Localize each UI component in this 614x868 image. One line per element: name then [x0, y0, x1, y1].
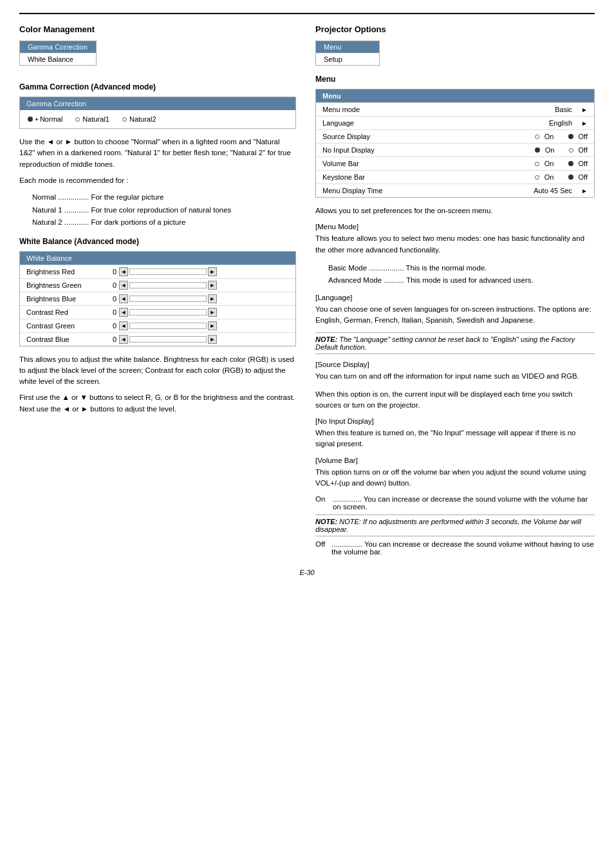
menu-table-row-1: Language English ► [316, 116, 594, 129]
keystone-off-label: Off [579, 173, 588, 181]
wb-slider-right-0[interactable]: ► [208, 267, 217, 276]
wb-slider-1: ◄ ► [119, 281, 217, 290]
source-on-label: On [544, 133, 554, 140]
keystone-on-label: On [544, 173, 554, 181]
gamma-box-header: Gamma Correction [20, 97, 295, 110]
gamma-list-item-2: Natural 2 ............ For dark portions… [32, 216, 296, 229]
menu-row-value-4: On Off [535, 160, 588, 167]
wb-slider-right-2[interactable]: ► [208, 294, 217, 303]
language-note-text: The "Language" setting cannot be reset b… [315, 335, 575, 351]
menu-row-value-3: On Off [535, 146, 588, 154]
menu-row-value-2: On Off [535, 133, 588, 140]
source-display-title: [Source Display] [315, 361, 595, 368]
gamma-option-natural2: Natural2 [122, 115, 156, 123]
gamma-option-natural1: Natural1 [75, 115, 109, 123]
wb-slider-left-4[interactable]: ◄ [119, 321, 128, 330]
radio-volbar-on-icon [535, 162, 539, 166]
wb-row-2: Brightness Blue 0 ◄ ► [20, 292, 295, 305]
radio-natural1-icon [75, 117, 80, 122]
volume-on-body: .............. You can increase or decre… [333, 495, 595, 511]
gamma-natural2-label: Natural2 [129, 115, 156, 123]
wb-row-1: Brightness Green 0 ◄ ► [20, 278, 295, 292]
language-note-bold-label: NOTE: [315, 335, 339, 343]
wb-value-1: 0 [104, 281, 116, 289]
wb-label-4: Contrast Green [26, 322, 104, 330]
source-display-body1: You can turn on and off the information … [315, 371, 595, 382]
wb-label-3: Contrast Red [26, 308, 104, 316]
language-body: You can choose one of seven languages fo… [315, 304, 595, 326]
wb-label-2: Brightness Blue [26, 295, 104, 303]
wb-header: White Balance [20, 252, 295, 265]
main-layout: Color Management Gamma Correction White … [19, 24, 595, 556]
menu-row-label-6: Menu Display Time [322, 187, 534, 194]
source-off-label: Off [579, 133, 588, 140]
menu-row-text-6: Auto 45 Sec [534, 187, 572, 194]
source-display-body2: When this option is on, the current inpu… [315, 389, 595, 411]
wb-section-title: White Balance (Advanced mode) [19, 237, 296, 246]
radio-keystone-off-icon [568, 175, 573, 180]
wb-slider-right-4[interactable]: ► [208, 321, 217, 330]
wb-track-3 [129, 309, 207, 316]
wb-track-0 [129, 269, 207, 275]
gamma-body1: Use the ◄ or ► button to choose "Normal"… [19, 137, 296, 170]
wb-slider-right-1[interactable]: ► [208, 281, 217, 290]
projector-menu-box: Menu Setup [315, 41, 380, 66]
radio-source-on-icon [535, 135, 539, 139]
noinput-off-label: Off [579, 146, 588, 154]
menu-row-label-4: Volume Bar [322, 160, 535, 167]
wb-row-5: Contrast Blue 0 ◄ ► [20, 332, 295, 346]
gamma-list: Normal ............... For the regular p… [32, 191, 296, 229]
radio-noinput-off-icon [569, 148, 573, 153]
projector-options-title: Projector Options [315, 24, 595, 34]
menu-row-text-1: English [549, 119, 572, 127]
radio-keystone-on-icon [535, 175, 539, 180]
wb-label-0: Brightness Red [26, 268, 104, 276]
gamma-list-item-1: Natural 1 ............ For true color re… [32, 204, 296, 217]
wb-slider-left-3[interactable]: ◄ [119, 308, 128, 317]
menu-row-value-6: Auto 45 Sec ► [534, 187, 588, 194]
wb-slider-2: ◄ ► [119, 294, 217, 303]
menu-mode-list-0: Basic Mode ................. This is the… [328, 262, 595, 275]
proj-menu-setup[interactable]: Setup [316, 53, 379, 65]
radio-source-off-icon [568, 134, 573, 139]
wb-slider-right-5[interactable]: ► [208, 335, 217, 344]
proj-menu-menu[interactable]: Menu [316, 41, 379, 53]
menu-section-label: Menu [315, 75, 595, 84]
wb-slider-left-5[interactable]: ◄ [119, 335, 128, 344]
volume-off-body: ............... You can increase or decr… [331, 540, 595, 556]
menu-table-row-0: Menu mode Basic ► [316, 102, 594, 116]
wb-slider-4: ◄ ► [119, 321, 217, 330]
left-column: Color Management Gamma Correction White … [19, 24, 296, 556]
wb-slider-right-3[interactable]: ► [208, 308, 217, 317]
gamma-natural1-label: Natural1 [82, 115, 109, 123]
no-input-title: [No Input Display] [315, 417, 595, 425]
volbar-off-label: Off [579, 160, 588, 167]
wb-slider-left-0[interactable]: ◄ [119, 267, 128, 276]
gamma-normal-label: • Normal [35, 115, 62, 123]
radio-noinput-on-icon [535, 147, 540, 153]
wb-slider-left-2[interactable]: ◄ [119, 294, 128, 303]
gamma-section-title: Gamma Correction (Advanced mode) [19, 82, 296, 91]
wb-value-2: 0 [104, 295, 116, 303]
wb-slider-left-1[interactable]: ◄ [119, 281, 128, 290]
volume-bar-title: [Volume Bar] [315, 457, 595, 464]
arrow-right-1: ► [581, 120, 588, 127]
language-note-box: NOTE: The "Language" setting cannot be r… [315, 332, 595, 354]
color-menu-box: Gamma Correction White Balance [19, 41, 97, 66]
wb-track-2 [129, 296, 207, 302]
menu-row-value-5: On Off [535, 173, 588, 181]
right-column: Projector Options Menu Setup Menu Menu M… [315, 24, 595, 556]
menu-row-label-1: Language [322, 119, 549, 127]
color-menu-gamma[interactable]: Gamma Correction [20, 41, 96, 53]
menu-table-row-2: Source Display On Off [316, 129, 594, 143]
wb-track-5 [129, 336, 207, 343]
menu-row-label-2: Source Display [322, 133, 535, 140]
color-menu-wb[interactable]: White Balance [20, 53, 96, 65]
wb-row-4: Contrast Green 0 ◄ ► [20, 319, 295, 332]
menu-settings-table: Menu Menu mode Basic ► Language English … [315, 89, 595, 198]
volume-off-row: Off ............... You can increase or … [315, 540, 595, 556]
menu-table-row-3: No Input Display On Off [316, 143, 594, 156]
wb-row-3: Contrast Red 0 ◄ ► [20, 305, 295, 319]
wb-body2: First use the ▲ or ▼ buttons to select R… [19, 392, 296, 415]
menu-row-label-3: No Input Display [322, 146, 535, 154]
